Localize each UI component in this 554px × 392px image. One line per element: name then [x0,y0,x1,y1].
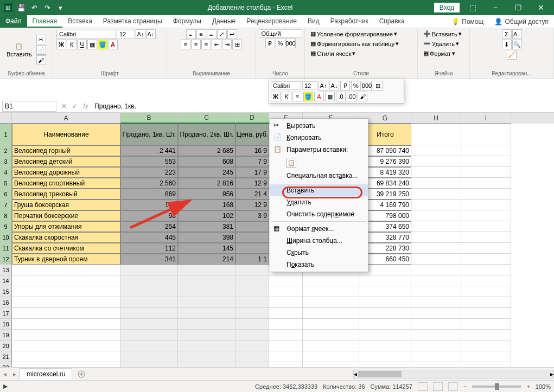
cell[interactable]: 869 [120,189,178,200]
mini-decimal-inc-icon[interactable]: .0 [336,92,346,101]
cell[interactable]: 12 9 [235,200,269,210]
mini-decrease-font-icon[interactable]: A↓ [329,81,339,91]
sheet-tab[interactable]: microexcel.ru [20,368,72,380]
cell[interactable] [411,145,461,156]
cell[interactable] [411,178,461,189]
cell[interactable] [359,351,411,362]
cell[interactable] [235,308,269,319]
cell[interactable]: 381 [178,221,235,232]
cell[interactable] [303,319,359,330]
cell[interactable] [461,167,511,178]
cell[interactable] [235,232,269,243]
enter-formula-icon[interactable]: ✓ [69,102,80,110]
cut-icon[interactable]: ✂ [36,35,46,44]
sort-icon[interactable]: A↓ [512,29,522,39]
cell[interactable] [178,351,235,362]
cell[interactable] [411,351,461,362]
cell[interactable] [359,275,411,286]
share-button[interactable]: 👤 Общий доступ [489,15,554,28]
format-as-table-button[interactable]: ▦ Форматировать как таблицу ▾ [308,39,414,48]
cell[interactable]: Велосипед трековый [12,189,120,200]
cell[interactable]: 341 [120,254,178,265]
align-middle-icon[interactable]: ≡ [196,29,206,39]
cell[interactable] [12,265,120,275]
cell[interactable]: 16 9 [235,145,269,156]
cell[interactable] [461,286,511,297]
cell[interactable]: 245 [178,167,235,178]
mini-border-icon[interactable]: ▦ [325,92,335,101]
cell[interactable]: 145 [178,243,235,254]
cell[interactable] [12,308,120,319]
font-name-select[interactable] [56,30,116,38]
cell[interactable] [359,286,411,297]
cell[interactable] [269,275,303,286]
copy-icon[interactable]: 📄 [36,45,46,55]
minimize-button[interactable]: − [485,1,506,14]
cell[interactable] [461,308,511,319]
cell[interactable] [411,189,461,200]
sheet-nav-next[interactable]: ▸ [10,370,20,378]
row-header[interactable]: 15 [0,286,12,297]
cell[interactable] [12,340,120,351]
cell[interactable] [461,200,511,210]
tab-view[interactable]: Вид [302,15,325,28]
cell[interactable] [359,340,411,351]
cell[interactable] [303,286,359,297]
conditional-formatting-button[interactable]: ▦ Условное форматирование ▾ [308,29,414,38]
clear-icon[interactable]: 🧹 [507,50,517,60]
cell[interactable]: 445 [120,232,178,243]
cell[interactable] [461,297,511,308]
paste-button[interactable]: 📋 Вставить [3,41,35,60]
cell[interactable] [12,330,120,340]
cell[interactable] [461,319,511,330]
align-bottom-icon[interactable]: ⫠ [207,29,216,39]
decrease-font-icon[interactable]: A↓ [146,29,156,39]
cell[interactable]: Продано, 1кв. Шт. [120,124,178,145]
ribbon-delete-button[interactable]: ➖ Удалить ▾ [421,39,466,48]
cell[interactable] [303,297,359,308]
cell[interactable] [411,254,461,265]
cell[interactable] [411,124,461,145]
cell[interactable] [269,297,303,308]
cell[interactable] [359,297,411,308]
page-break-view-button[interactable] [448,382,458,391]
cell[interactable] [269,286,303,297]
align-left-icon[interactable]: ≡ [181,40,190,49]
ctx-col-width[interactable]: Ширина столбца... [270,235,368,247]
ctx-insert[interactable]: Вставить [270,184,368,196]
row-header[interactable]: 18 [0,319,12,330]
cell[interactable] [359,319,411,330]
cell[interactable]: Велосипед горный [12,145,120,156]
ribbon-insert-button[interactable]: ➕ Вставить ▾ [421,29,466,38]
cell[interactable] [359,308,411,319]
cell[interactable] [120,297,178,308]
cell[interactable]: 2 685 [178,145,235,156]
cell[interactable] [461,210,511,221]
fill-color-button[interactable]: 🪣 [98,40,107,49]
ctx-paste-default[interactable]: 📋 [270,156,368,170]
cell[interactable] [235,275,269,286]
cell[interactable] [235,319,269,330]
mini-decimal-dec-icon[interactable]: .00 [347,92,356,101]
column-header-B[interactable]: B [120,113,178,124]
tab-formulas[interactable]: Формулы [168,15,207,28]
mini-bold-button[interactable]: Ж [271,92,281,101]
mini-size-select[interactable] [302,81,317,90]
mini-currency-icon[interactable]: ₽ [340,81,350,91]
cell[interactable]: 3 9 [235,210,269,221]
cell-styles-button[interactable]: ▦ Стили ячеек ▾ [308,49,414,58]
tell-me[interactable]: 💡 Помощ [446,15,489,28]
cell[interactable] [411,156,461,167]
cell[interactable] [461,243,511,254]
cell[interactable] [359,330,411,340]
mini-fill-color-icon[interactable]: 🪣 [303,92,313,101]
ctx-cut[interactable]: ✂Вырезать [270,120,368,132]
cell[interactable] [269,308,303,319]
cell[interactable] [303,308,359,319]
cell[interactable] [411,286,461,297]
zoom-slider[interactable] [472,385,521,388]
ctx-clear[interactable]: Очистить содержимое [270,208,368,220]
cell[interactable]: 1 1 [235,254,269,265]
tab-file[interactable]: Файл [0,15,27,28]
row-header[interactable]: 13 [0,265,12,275]
